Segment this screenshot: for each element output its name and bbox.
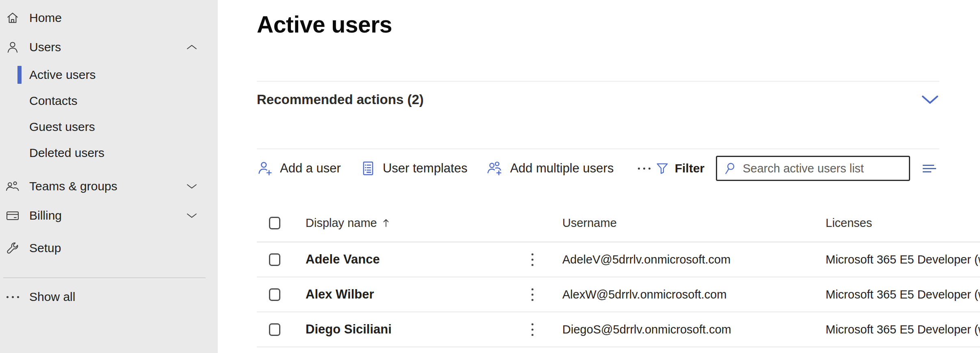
sidebar-item-users[interactable]: Users [0, 33, 218, 62]
page-title: Active users [218, 0, 980, 38]
username-cell: AdeleV@5drrlv.onmicrosoft.com [562, 253, 790, 266]
sidebar-item-home[interactable]: Home [0, 3, 218, 33]
table-header-row: Display name Username Licenses [257, 204, 980, 242]
sort-lines-icon [921, 161, 939, 176]
sidebar-item-label: Users [29, 40, 61, 54]
row-checkbox[interactable] [269, 288, 280, 301]
show-all-icon [5, 289, 20, 305]
sidebar-item-label: Teams & groups [29, 179, 117, 193]
sidebar-divider [3, 277, 206, 278]
teams-groups-icon [5, 179, 20, 194]
chevron-down-icon[interactable] [185, 212, 198, 219]
select-all-checkbox[interactable] [269, 217, 280, 229]
column-header-display-name[interactable]: Display name [306, 216, 377, 230]
selected-indicator [17, 66, 22, 84]
sidebar-item-setup[interactable]: Setup [0, 233, 218, 263]
username-cell: DiegoS@5drrlv.onmicrosoft.com [562, 323, 790, 336]
filter-label: Filter [675, 161, 705, 175]
main-content: Active users Recommended actions (2) Add… [218, 0, 980, 353]
toolbar-button-label: Add multiple users [510, 161, 614, 176]
toolbar-button-label: Add a user [280, 161, 341, 176]
recommended-actions-section[interactable]: Recommended actions (2) [257, 82, 939, 148]
billing-icon [5, 208, 20, 223]
display-name-link[interactable]: Alex Wilber [306, 287, 374, 302]
sidebar-item-label: Show all [29, 290, 75, 304]
row-more-actions-button[interactable] [529, 321, 536, 338]
search-input[interactable] [743, 162, 903, 175]
user-templates-icon [360, 160, 377, 177]
chevron-up-icon[interactable] [185, 44, 198, 51]
sidebar-item-label: Setup [29, 241, 61, 255]
row-checkbox[interactable] [269, 323, 280, 336]
sidebar-item-guest-users[interactable]: Guest users [0, 114, 218, 140]
display-name-link[interactable]: Diego Siciliani [306, 322, 392, 337]
sidebar-item-active-users[interactable]: Active users [0, 62, 218, 88]
add-user-icon [257, 160, 274, 177]
user-templates-button[interactable]: User templates [360, 160, 467, 177]
m365-admin-active-users-page: HomeUsersActive usersContactsGuest users… [0, 0, 980, 353]
display-name-link[interactable]: Adele Vance [306, 252, 380, 267]
row-checkbox[interactable] [269, 253, 280, 266]
row-more-actions-button[interactable] [529, 251, 536, 268]
add-multiple-users-icon [486, 160, 504, 177]
home-icon [5, 10, 20, 26]
sidebar: HomeUsersActive usersContactsGuest users… [0, 0, 218, 353]
sidebar-item-label: Active users [29, 68, 95, 82]
add-multiple-users-button[interactable]: Add multiple users [486, 160, 614, 177]
sort-list-button[interactable] [921, 161, 939, 176]
more-actions-button[interactable] [634, 163, 655, 174]
users-icon [5, 39, 20, 55]
table-row[interactable]: Alex Wilber AlexW@5drrlv.onmicrosoft.com… [257, 277, 980, 312]
sidebar-item-teams-groups[interactable]: Teams & groups [0, 172, 218, 201]
table-row[interactable]: Diego Siciliani DiegoS@5drrlv.onmicrosof… [257, 312, 980, 347]
sidebar-item-billing[interactable]: Billing [0, 201, 218, 230]
sidebar-item-label: Home [29, 11, 62, 25]
licenses-cell: Microsoft 365 E5 Developer (withou [826, 288, 980, 301]
licenses-cell: Microsoft 365 E5 Developer (withou [826, 253, 980, 266]
filter-button[interactable]: Filter [655, 161, 705, 176]
sidebar-item-label: Contacts [29, 94, 77, 108]
filter-icon [655, 161, 670, 176]
toolbar-right-group: Filter [655, 156, 939, 181]
licenses-cell: Microsoft 365 E5 Developer (withou [826, 323, 980, 336]
add-a-user-button[interactable]: Add a user [257, 160, 341, 177]
username-cell: AlexW@5drrlv.onmicrosoft.com [562, 288, 790, 301]
sidebar-item-contacts[interactable]: Contacts [0, 88, 218, 114]
chevron-down-icon[interactable] [185, 183, 198, 190]
recommended-actions-heading: Recommended actions (2) [257, 91, 424, 109]
column-header-username[interactable]: Username [562, 216, 790, 230]
search-box [716, 156, 910, 181]
column-header-licenses[interactable]: Licenses [826, 216, 980, 230]
sidebar-item-label: Deleted users [29, 146, 104, 160]
table-row[interactable]: Adele Vance AdeleV@5drrlv.onmicrosoft.co… [257, 242, 980, 277]
sidebar-item-show-all[interactable]: Show all [0, 282, 218, 312]
ellipsis-icon [638, 168, 650, 170]
sidebar-item-deleted-users[interactable]: Deleted users [0, 140, 218, 166]
toolbar-button-label: User templates [383, 161, 467, 176]
sidebar-item-label: Billing [29, 209, 62, 222]
sort-ascending-icon [382, 218, 390, 228]
search-icon [723, 161, 737, 175]
users-table: Display name Username Licenses Adele Van… [257, 204, 980, 347]
setup-icon [5, 240, 20, 256]
toolbar: Add a userUser templatesAdd multiple use… [218, 149, 980, 182]
row-more-actions-button[interactable] [529, 286, 536, 303]
chevron-down-icon[interactable] [921, 94, 939, 105]
sidebar-item-label: Guest users [29, 120, 95, 134]
